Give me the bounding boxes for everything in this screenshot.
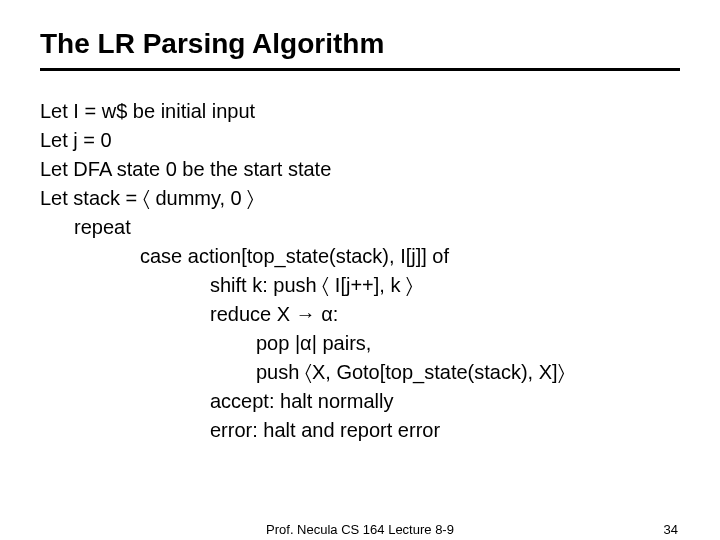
slide-title: The LR Parsing Algorithm xyxy=(40,28,680,60)
line-6: case action[top_state(stack), I[j]] of xyxy=(140,242,680,271)
slide: The LR Parsing Algorithm Let I = w$ be i… xyxy=(0,0,720,540)
line-1: Let I = w$ be initial input xyxy=(40,97,680,126)
line-5: repeat xyxy=(74,213,680,242)
line-8: reduce X → α: xyxy=(210,300,680,329)
line-12: error: halt and report error xyxy=(210,416,680,445)
algorithm-body: Let I = w$ be initial input Let j = 0 Le… xyxy=(40,97,680,445)
line-3: Let DFA state 0 be the start state xyxy=(40,155,680,184)
line-9: pop |α| pairs, xyxy=(256,329,680,358)
line-11: accept: halt normally xyxy=(210,387,680,416)
page-number: 34 xyxy=(664,522,678,537)
footer-center: Prof. Necula CS 164 Lecture 8-9 xyxy=(0,522,720,537)
line-7: shift k: push 〈 I[j++], k 〉 xyxy=(210,271,680,300)
line-2: Let j = 0 xyxy=(40,126,680,155)
title-rule xyxy=(40,68,680,71)
line-4: Let stack = 〈 dummy, 0 〉 xyxy=(40,184,680,213)
line-10: push 〈X, Goto[top_state(stack), X]〉 xyxy=(256,358,680,387)
